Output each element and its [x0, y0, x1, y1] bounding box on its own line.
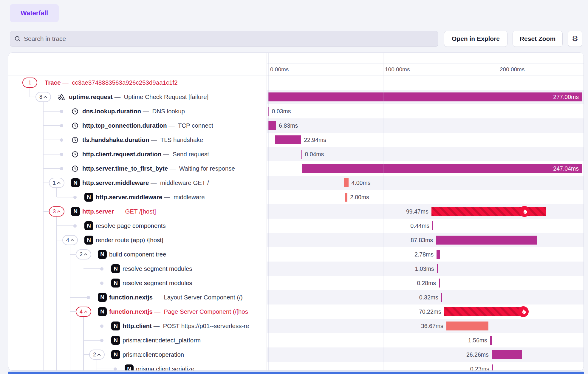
span-row[interactable]: 3Nhttp.server — GET /[host]99.47ms [8, 204, 584, 219]
separator: — [141, 108, 152, 115]
open-in-explore-button[interactable]: Open in Explore [444, 31, 507, 47]
collapse-badge[interactable]: 1 [49, 178, 64, 188]
reset-zoom-button[interactable]: Reset Zoom [513, 31, 563, 47]
span-label: resolve segment modules [123, 262, 192, 276]
span-label: dns.lookup.duration — DNS lookup [82, 104, 185, 118]
span-duration-bar[interactable] [444, 307, 525, 316]
span-duration-bar[interactable] [436, 236, 537, 245]
collapse-badge[interactable]: 8 [35, 92, 51, 102]
collapse-badge[interactable]: 3 [49, 206, 64, 217]
span-name: prisma:client:detect_platform [123, 337, 201, 344]
span-details-edge[interactable] [8, 372, 584, 374]
span-duration-bar[interactable] [492, 350, 522, 359]
span-label: prisma:client:operation [123, 347, 184, 362]
nextjs-icon: N [84, 221, 93, 230]
search-box[interactable] [10, 31, 438, 47]
trace-waterfall-panel: 0.00ms100.00ms200.00ms 1Trace — cc3ae374… [8, 52, 584, 371]
nextjs-icon: N [98, 293, 107, 302]
span-row[interactable]: Nhttp.server.middleware — middleware2.00… [8, 190, 584, 204]
span-row[interactable]: 4Nrender route (app) /[host]87.83ms [8, 233, 584, 247]
span-label: Trace — cc3ae3748883563a926c253d9aa1c1f2 [45, 75, 178, 90]
span-duration-bar[interactable] [302, 164, 582, 173]
duration-label: 87.83ms [411, 233, 433, 247]
span-duration-bar[interactable] [268, 121, 276, 130]
tab-waterfall[interactable]: Waterfall [10, 4, 59, 22]
span-row[interactable]: 1Nhttp.server.middleware — middleware GE… [8, 176, 584, 190]
span-row[interactable]: dns.lookup.duration — DNS lookup0.03ms [8, 104, 584, 118]
span-row[interactable]: http.tcp_connection.duration — TCP conne… [8, 118, 584, 133]
span-row[interactable]: 4Nfunction.nextjs — Page Server Componen… [8, 305, 584, 319]
span-duration-bar[interactable] [275, 135, 301, 144]
span-row[interactable]: Nhttp.client — POST https://p01--serverl… [8, 319, 584, 333]
span-name: prisma:client:serialize [136, 365, 194, 371]
separator: — [167, 122, 178, 129]
separator: — [168, 165, 179, 172]
span-row[interactable]: Nprisma:client:serialize0.23ms [8, 362, 584, 371]
collapse-badge[interactable]: 4 [62, 235, 78, 245]
collapse-badge[interactable]: 2 [76, 249, 91, 259]
span-row[interactable]: Nresolve segment modules1.03ms [8, 262, 584, 276]
nextjs-icon: N [71, 178, 80, 187]
collapse-badge[interactable]: 4 [76, 307, 91, 317]
span-row[interactable]: Nresolve page components0.44ms [8, 219, 584, 233]
uptime-icon [58, 93, 66, 101]
span-row[interactable]: http.client.request.duration — Send requ… [8, 147, 584, 161]
span-duration-bar[interactable] [490, 336, 492, 345]
duration-label: 1.03ms [415, 262, 434, 276]
span-label: resolve segment modules [123, 276, 192, 290]
clock-icon [71, 150, 79, 158]
axis-tick-label: 200.00ms [500, 64, 524, 75]
tree-dot [87, 296, 90, 299]
timeline-minimap-strip[interactable] [267, 53, 584, 64]
tree-dot [100, 282, 103, 285]
clock-icon [71, 136, 79, 144]
span-label: prisma:client:serialize [136, 362, 194, 371]
span-label: build component tree [109, 247, 166, 262]
span-duration-bar[interactable] [446, 322, 488, 330]
span-duration-bar[interactable] [492, 364, 493, 371]
span-row[interactable]: Nresolve segment modules0.28ms [8, 276, 584, 290]
span-row[interactable]: tls.handshake.duration — TLS handshake22… [8, 133, 584, 147]
settings-button[interactable]: ⚙ [568, 31, 582, 47]
nextjs-icon: N [111, 336, 120, 345]
span-description: Page Server Component (/[hos [164, 308, 248, 315]
span-row[interactable]: 1Trace — cc3ae3748883563a926c253d9aa1c1f… [8, 75, 584, 90]
span-duration-bar[interactable] [437, 250, 440, 259]
span-name: http.server [82, 208, 114, 215]
span-row[interactable]: Nprisma:client:detect_platform1.56ms [8, 333, 584, 347]
span-row[interactable]: 8uptime.request — Uptime Check Request [… [8, 90, 584, 104]
tree-connector [57, 225, 75, 226]
span-name: render route (app) /[host] [96, 237, 163, 243]
span-description: Send request [173, 151, 209, 157]
span-duration-bar[interactable] [432, 221, 433, 230]
tree-connector [43, 168, 61, 169]
span-duration-bar[interactable] [439, 279, 440, 288]
duration-label: 0.32ms [419, 290, 438, 305]
span-row[interactable]: http.server.time_to_first_byte — Waiting… [8, 161, 584, 176]
span-description: middleware [174, 194, 205, 200]
span-duration-bar[interactable] [437, 264, 438, 273]
span-duration-bar[interactable] [301, 150, 302, 159]
tree-connector [70, 297, 88, 298]
span-duration-bar[interactable] [441, 293, 442, 302]
duration-label: 0.23ms [470, 362, 489, 371]
panel-divider[interactable] [267, 53, 267, 370]
tree-connector [30, 97, 35, 97]
duration-label: 6.83ms [279, 118, 298, 133]
duration-label: 2.78ms [414, 247, 434, 262]
span-duration-bar[interactable] [268, 92, 582, 101]
tree-connector [70, 311, 76, 312]
tree-connector [57, 240, 62, 240]
span-duration-bar[interactable] [268, 107, 269, 116]
span-row[interactable]: 2Nbuild component tree2.78ms [8, 247, 584, 262]
span-duration-bar[interactable] [345, 193, 347, 202]
tree-dot [100, 324, 103, 328]
span-row[interactable]: Nfunction.nextjs — Layout Server Compone… [8, 290, 584, 305]
span-description: Layout Server Component (/) [164, 294, 242, 301]
span-row[interactable]: 2Nprisma:client:operation26.26ms [8, 347, 584, 362]
collapse-badge[interactable]: 2 [89, 350, 105, 360]
span-duration-bar[interactable] [344, 178, 349, 187]
badge-count: 1 [28, 80, 31, 86]
collapse-badge[interactable]: 1 [22, 78, 37, 88]
search-input[interactable] [24, 35, 434, 42]
